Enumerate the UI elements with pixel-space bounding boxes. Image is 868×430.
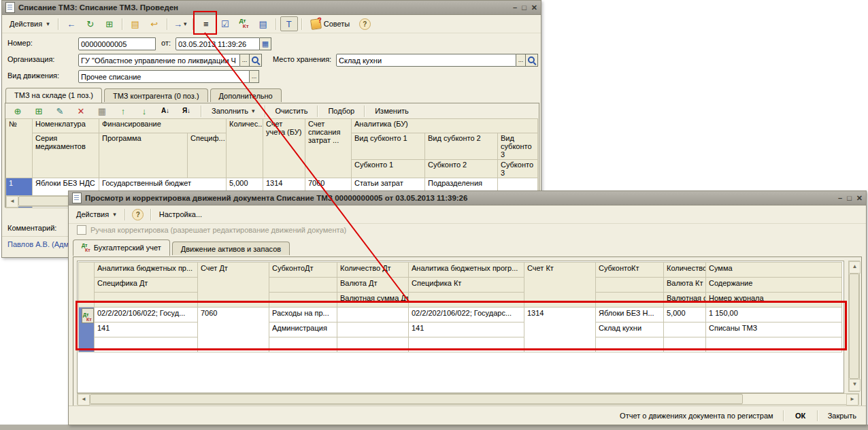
sort-ascending-button[interactable]: А↓ <box>156 103 174 118</box>
dt-quantity-cell[interactable] <box>337 308 409 322</box>
row-selector-cell[interactable]: ДтКт <box>79 308 95 352</box>
edit-row-button[interactable]: ✎ <box>51 103 69 118</box>
tab-additional[interactable]: Дополнительно <box>210 88 282 102</box>
empty-cell[interactable] <box>337 337 409 352</box>
unpost-document-button[interactable]: ↩ <box>146 16 163 31</box>
close-icon[interactable]: ✕ <box>531 3 537 12</box>
storage-field[interactable] <box>336 54 516 67</box>
empty-cell[interactable] <box>95 337 198 352</box>
tab-assets-movement[interactable]: Движение активов и запасов <box>172 242 290 255</box>
organization-search-button[interactable] <box>250 54 262 67</box>
reread-button[interactable]: ← <box>63 16 80 31</box>
minimize-icon[interactable]: – <box>513 3 517 12</box>
dtkt-movements-button[interactable]: ДтКт <box>235 16 253 31</box>
movements-grid-area: Аналитика бюджетных пр... Счет Дт Субкон… <box>77 261 844 393</box>
scrollbar-track[interactable] <box>743 394 846 404</box>
manual-correction-checkbox[interactable] <box>77 225 86 235</box>
close-window-button[interactable]: Закрыть <box>824 408 861 423</box>
dt-subconto2-cell[interactable]: Администрация <box>269 322 337 337</box>
kt-subconto2-cell[interactable]: Склад кухни <box>596 322 664 337</box>
dt-subconto1-cell[interactable]: Расходы на пр... <box>269 308 337 322</box>
movements-vertical-scrollbar[interactable]: ▲ ▼ <box>848 261 860 392</box>
clear-button[interactable]: Очистить <box>271 103 312 118</box>
copy-row-button[interactable]: ⊞ <box>30 103 48 118</box>
kt-subconto1-cell[interactable]: Яблоки БЕЗ Н... <box>596 308 664 322</box>
storage-search-button[interactable] <box>526 54 538 67</box>
help-button[interactable]: ? <box>356 16 373 31</box>
scrollbar-thumb[interactable] <box>849 274 859 379</box>
scroll-left-icon[interactable]: ◄ <box>78 394 90 406</box>
calendar-button[interactable]: ▦ <box>260 37 271 50</box>
scroll-right-icon[interactable]: ► <box>846 394 858 406</box>
actions-menu-button[interactable]: Действия ▾ <box>5 16 54 31</box>
tab-tmz-warehouse[interactable]: ТМЗ на складе (1 поз.) <box>5 88 102 103</box>
tab-tmz-counterparty[interactable]: ТМЗ контрагента (0 поз.) <box>104 88 208 102</box>
kt-spec-cell[interactable]: 141 <box>409 322 524 337</box>
dt-spec-cell[interactable]: 141 <box>95 322 198 337</box>
goto-menu-button[interactable]: → ▾ <box>171 16 189 31</box>
sum-cell[interactable]: 1 150,00 <box>706 308 842 322</box>
help-button[interactable]: ? <box>129 207 147 222</box>
move-down-button[interactable]: ↓ <box>135 103 153 118</box>
content-cell[interactable]: Списаны ТМЗ <box>706 322 842 337</box>
responsible-link[interactable]: Павлов А.В. (Адм <box>7 240 70 248</box>
table-row[interactable]: ДтКт 02/2/202/106/022; Госуд... 7060 Рас… <box>79 308 842 322</box>
scroll-down-icon[interactable]: ▼ <box>849 379 861 391</box>
checklist-button[interactable]: ☑ <box>216 16 234 31</box>
minimize-icon[interactable]: – <box>838 193 842 203</box>
movements-window-titlebar[interactable]: Просмотр и корректировка движений докуме… <box>69 191 866 205</box>
tips-button[interactable]: ? Советы <box>306 16 354 31</box>
empty-cell[interactable] <box>706 337 842 352</box>
empty-cell[interactable] <box>596 337 664 352</box>
post-document-button[interactable]: ▤ <box>127 16 144 31</box>
close-icon[interactable]: ✕ <box>856 193 863 203</box>
kt-quantity-cell[interactable]: 5,000 <box>664 308 706 322</box>
settings-button[interactable]: Настройка... <box>155 207 206 222</box>
end-edit-button[interactable]: ▦ <box>93 103 111 118</box>
date-field[interactable] <box>176 37 260 50</box>
movement-type-label: Вид движения: <box>7 71 59 80</box>
refresh-button[interactable]: ↻ <box>82 16 99 31</box>
change-button[interactable]: Изменить <box>371 103 413 118</box>
structure-button[interactable]: ≡ <box>197 16 215 31</box>
pick-button[interactable]: Подбор <box>324 103 358 118</box>
ok-button[interactable]: ОК <box>790 408 812 423</box>
scrollbar-thumb[interactable] <box>90 394 743 404</box>
move-up-button[interactable]: ↑ <box>114 103 132 118</box>
fill-menu-button[interactable]: Заполнить ▾ <box>207 103 259 118</box>
kt-analytics-cell[interactable]: 02/2/202/106/022; Государс... <box>409 308 524 322</box>
actions-menu-button[interactable]: Действия ▾ <box>71 207 121 222</box>
dt-analytics-cell[interactable]: 02/2/202/106/022; Госуд... <box>95 308 198 322</box>
sort-descending-button[interactable]: Я↓ <box>178 103 195 118</box>
toolbar-separator <box>364 105 365 117</box>
filter-button[interactable]: Т <box>280 16 298 31</box>
empty-cell[interactable] <box>664 337 706 352</box>
table-row[interactable]: 141 Администрация 141 Склад кухни Списан… <box>79 322 842 337</box>
table-row[interactable] <box>79 337 842 352</box>
scroll-up-icon[interactable]: ▲ <box>849 261 861 274</box>
copy-document-button[interactable]: ⊞ <box>101 16 118 31</box>
document-list-button[interactable]: ▤ <box>254 16 272 31</box>
storage-select-button[interactable]: ... <box>516 54 526 67</box>
dt-account-cell[interactable]: 7060 <box>198 308 269 352</box>
organization-field[interactable] <box>78 54 240 67</box>
movements-horizontal-scrollbar[interactable]: ◄ ► <box>77 393 859 405</box>
movement-type-select-button[interactable]: ... <box>250 70 259 83</box>
number-field[interactable] <box>78 37 156 50</box>
kt-currency-cell[interactable] <box>664 322 706 337</box>
organization-select-button[interactable]: ... <box>240 54 250 67</box>
empty-cell[interactable] <box>269 337 337 352</box>
dt-currency-cell[interactable] <box>337 322 409 337</box>
tab-accounting[interactable]: ДтКт Бухгалтерский учет <box>73 239 170 256</box>
add-row-button[interactable]: ⊕ <box>9 103 27 118</box>
maximize-icon[interactable]: □ <box>847 193 852 203</box>
register-report-button[interactable]: Отчет о движениях документа по регистрам <box>616 408 778 423</box>
document-window-titlebar[interactable]: Списание ТМЗ: Списание ТМЗ. Проведен – □… <box>2 1 541 15</box>
empty-cell[interactable] <box>409 337 524 352</box>
delete-row-button[interactable]: ✕ <box>72 103 90 118</box>
maximize-icon[interactable]: □ <box>522 3 527 12</box>
movement-type-field[interactable] <box>78 70 250 83</box>
kt-account-cell[interactable]: 1314 <box>524 308 596 352</box>
sort-ascending-icon: А↓ <box>161 108 169 114</box>
scroll-left-icon[interactable]: ◄ <box>6 196 18 208</box>
